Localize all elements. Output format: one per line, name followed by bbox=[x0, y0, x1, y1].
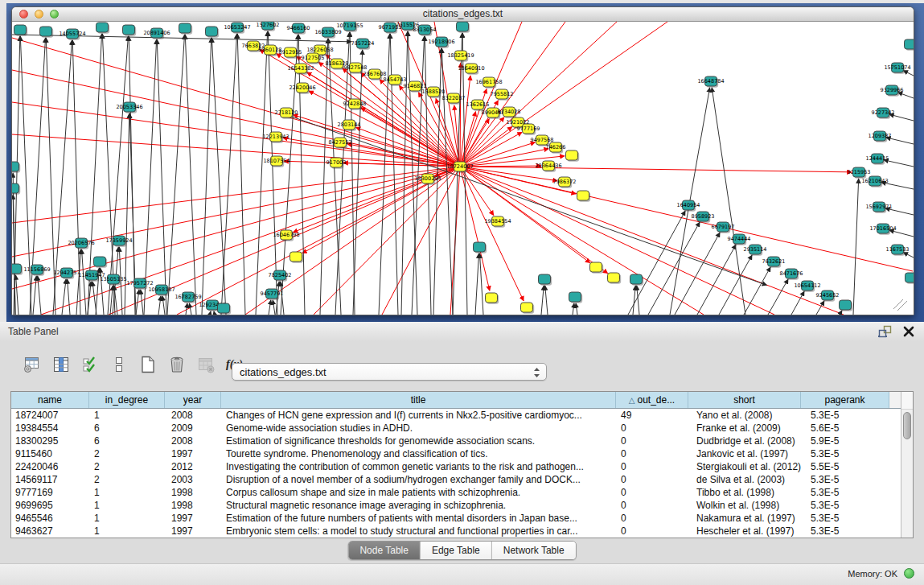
network-edge-black[interactable] bbox=[298, 35, 305, 315]
network-node[interactable] bbox=[206, 27, 218, 36]
network-edge-black[interactable] bbox=[320, 39, 328, 315]
table-row[interactable]: 1938455462009Genome-wide association stu… bbox=[11, 422, 913, 435]
network-edge-black[interactable] bbox=[108, 36, 128, 315]
network-edge-black[interactable] bbox=[816, 301, 824, 315]
table-row[interactable]: 969969511998Structural magnetic resonanc… bbox=[11, 499, 913, 512]
network-node[interactable] bbox=[486, 293, 498, 303]
network-edge-black[interactable] bbox=[712, 88, 745, 315]
table-row[interactable]: 946554611997Estimation of the future num… bbox=[11, 512, 913, 525]
network-edge-red[interactable] bbox=[460, 167, 844, 315]
network-edge-black[interactable] bbox=[648, 222, 700, 315]
network-edge-black[interactable] bbox=[214, 311, 215, 315]
network-node[interactable] bbox=[12, 183, 19, 193]
network-node[interactable] bbox=[12, 264, 22, 274]
table-row[interactable]: 2242004622012Investigating the contribut… bbox=[11, 460, 913, 473]
network-node[interactable] bbox=[290, 252, 302, 262]
network-edge-black[interactable] bbox=[185, 35, 196, 315]
network-node[interactable] bbox=[906, 273, 914, 282]
network-edge-black[interactable] bbox=[633, 286, 635, 315]
network-edge-black[interactable] bbox=[350, 32, 355, 315]
column-header-pagerank[interactable]: pagerank bbox=[801, 392, 889, 408]
network-edge-red[interactable] bbox=[460, 167, 608, 274]
table-row[interactable]: 1456911722003Disruption of a novel membe… bbox=[11, 473, 913, 486]
network-edge-black[interactable] bbox=[256, 31, 268, 315]
table-row[interactable]: 977716911998Corpus callosum shape and si… bbox=[11, 486, 913, 499]
network-edge-black[interactable] bbox=[162, 296, 165, 315]
network-edge-red[interactable] bbox=[460, 167, 524, 301]
network-edge-black[interactable] bbox=[768, 279, 788, 315]
network-edge-black[interactable] bbox=[637, 286, 639, 315]
table-vertical-scrollbar[interactable] bbox=[901, 392, 913, 538]
column-header-title[interactable]: title bbox=[221, 392, 616, 408]
network-edge-black[interactable] bbox=[33, 276, 36, 315]
network-node[interactable] bbox=[12, 162, 19, 171]
network-node[interactable] bbox=[94, 257, 106, 266]
table-row[interactable]: 911546021997Tourette syndrome. Phenomeno… bbox=[11, 447, 913, 460]
network-edge-black[interactable] bbox=[16, 275, 18, 315]
network-edge-black[interactable] bbox=[167, 35, 185, 315]
network-edge-black[interactable] bbox=[144, 39, 157, 315]
network-edge-black[interactable] bbox=[675, 233, 720, 315]
network-node[interactable] bbox=[840, 300, 852, 310]
network-node[interactable] bbox=[474, 242, 486, 252]
table-selector-dropdown[interactable]: citations_edges.txt bbox=[232, 363, 547, 381]
network-edge-red[interactable] bbox=[460, 76, 470, 167]
network-edge-black[interactable] bbox=[573, 303, 574, 315]
network-edge-black[interactable] bbox=[82, 249, 86, 315]
network-node[interactable] bbox=[608, 273, 620, 282]
network-edge-black[interactable] bbox=[210, 311, 211, 315]
network-edge-black[interactable] bbox=[68, 279, 70, 315]
network-edge-black[interactable] bbox=[353, 50, 363, 315]
network-edge-red[interactable] bbox=[460, 167, 704, 315]
network-edge-black[interactable] bbox=[158, 296, 161, 315]
select-all-checks-icon[interactable] bbox=[79, 354, 101, 376]
network-edge-black[interactable] bbox=[273, 300, 275, 315]
network-edge-red[interactable] bbox=[307, 72, 460, 167]
network-edge-red[interactable] bbox=[382, 167, 460, 315]
network-node[interactable] bbox=[97, 23, 109, 32]
network-node[interactable] bbox=[566, 150, 578, 160]
network-edge-black[interactable] bbox=[221, 34, 237, 315]
network-node[interactable] bbox=[905, 39, 914, 49]
column-header-name[interactable]: name bbox=[11, 392, 89, 408]
network-edge-black[interactable] bbox=[335, 32, 350, 315]
network-node[interactable] bbox=[539, 274, 551, 284]
network-canvas[interactable]: 1405572420891406106532471527602946616016… bbox=[12, 22, 914, 315]
network-edge-red[interactable] bbox=[460, 167, 852, 172]
network-edge-black[interactable] bbox=[697, 245, 736, 315]
network-node[interactable] bbox=[123, 25, 135, 35]
column-header-short[interactable]: short bbox=[688, 392, 801, 408]
network-edge-black[interactable] bbox=[141, 290, 143, 315]
scrollbar-thumb[interactable] bbox=[903, 412, 911, 439]
table-row[interactable]: 946362711997Embryonic stem cells: a mode… bbox=[11, 525, 913, 538]
network-edge-black[interactable] bbox=[744, 267, 770, 315]
network-node[interactable] bbox=[630, 274, 643, 284]
network-edge-red[interactable] bbox=[460, 126, 512, 167]
table-row[interactable]: 1830029562008Estimation of significance … bbox=[11, 435, 913, 447]
network-edge-red[interactable] bbox=[355, 127, 460, 167]
network-edge-black[interactable] bbox=[475, 253, 479, 315]
network-node[interactable] bbox=[521, 303, 533, 312]
network-node[interactable] bbox=[40, 27, 52, 36]
network-edge-black[interactable] bbox=[541, 286, 544, 315]
select-columns-icon[interactable] bbox=[50, 354, 72, 376]
network-edge-black[interactable] bbox=[719, 255, 752, 315]
table-settings-icon[interactable] bbox=[21, 354, 43, 376]
close-panel-icon[interactable] bbox=[903, 326, 914, 337]
network-edge-red[interactable] bbox=[12, 38, 460, 167]
column-header-out_de[interactable]: △out_de... bbox=[616, 392, 688, 408]
network-edge-black[interactable] bbox=[92, 282, 97, 315]
network-edge-black[interactable] bbox=[545, 286, 548, 315]
network-node[interactable] bbox=[14, 25, 27, 35]
network-graph[interactable]: 1405572420891406106532471527602946616016… bbox=[12, 22, 914, 315]
network-node[interactable] bbox=[577, 191, 589, 200]
float-panel-icon[interactable] bbox=[878, 325, 892, 338]
new-file-icon[interactable] bbox=[137, 354, 158, 376]
column-header-in_degree[interactable]: in_degree bbox=[89, 392, 165, 408]
column-header-year[interactable]: year bbox=[165, 392, 221, 408]
network-edge-black[interactable] bbox=[189, 303, 191, 315]
stacked-squares-icon[interactable] bbox=[108, 354, 129, 376]
network-edge-black[interactable] bbox=[269, 300, 271, 315]
tab-network-table[interactable]: Network Table bbox=[492, 542, 576, 559]
network-node[interactable] bbox=[590, 262, 602, 272]
